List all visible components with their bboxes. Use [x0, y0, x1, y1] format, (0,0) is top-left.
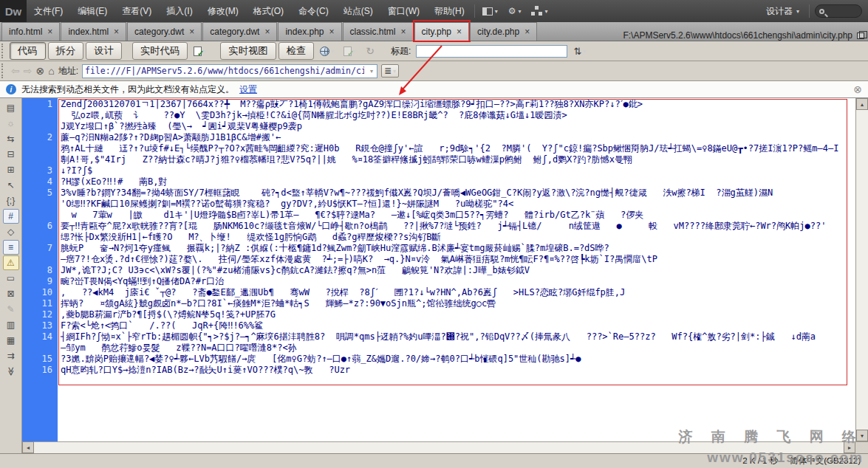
vertical-scroll-track[interactable] — [856, 110, 868, 430]
code-warning-icon[interactable]: ⚠ — [3, 255, 19, 270]
scroll-down-button[interactable]: ▾ — [856, 430, 868, 441]
tab-classic.html[interactable]: classic.html× — [343, 22, 414, 41]
code-line: 13F?索<└炝↑<鹁口` /.??( JqR+{陓‼!6%%鲨 — [22, 320, 855, 331]
back-icon[interactable]: ⇦ — [11, 65, 20, 77]
live-code-button[interactable]: 实时代码 — [132, 42, 188, 60]
home-icon[interactable]: ⌂ — [48, 65, 54, 77]
close-icon[interactable]: ⊗ — [853, 83, 862, 95]
live-view-button[interactable]: 实时视图 — [220, 42, 276, 60]
tab-close-icon[interactable]: × — [189, 27, 194, 37]
tab-close-icon[interactable]: × — [114, 27, 119, 37]
recent-snippets-icon[interactable]: ▥ — [3, 317, 19, 332]
menu-item[interactable]: 站点(S) — [336, 0, 380, 22]
highlight-invalid-code-icon[interactable]: ◇ — [3, 224, 19, 239]
move-css-rule-icon[interactable]: ▦ — [3, 333, 19, 348]
code-line: 12,蘷b腮B菥漏r浐b?¶[捋$(\?煿鲩N梺5q!笺?+UP胚7G — [22, 309, 855, 320]
apply-comment-icon[interactable]: ▭ — [3, 271, 19, 286]
more-options-chevron-icon[interactable]: ≫ — [4, 363, 18, 379]
wrap-tag-icon[interactable]: ✎ — [3, 302, 19, 317]
line-number: 1 — [22, 99, 58, 132]
refresh-button[interactable]: ↻ — [362, 43, 378, 59]
horizontal-scroll-track[interactable] — [34, 441, 844, 453]
menu-item[interactable]: 格式(O) — [246, 0, 291, 22]
tab-close-icon[interactable]: × — [524, 27, 530, 37]
tab-close-icon[interactable]: × — [457, 27, 462, 37]
code-line-text: JW*,诡T?J;C? U3϶c<\xW?s覆|(?%"#zu楮浦陙vs}c鹡鈧… — [58, 265, 855, 276]
collapse-selection-icon[interactable]: ⊟ — [3, 147, 19, 162]
line-number: 14 — [22, 331, 58, 354]
code-editor[interactable]: 1Zendʃ2003120701ㄱ1|2367|7664x??╇ M??癟ρ敱丆… — [22, 98, 855, 441]
tab-city.de.php[interactable]: city.de.php× — [470, 22, 537, 41]
menu-item[interactable]: 帮助(H) — [427, 0, 472, 22]
menu-item[interactable]: 查看(V) — [115, 0, 159, 22]
menu-item[interactable]: 文件(F) — [27, 0, 70, 22]
expand-all-icon[interactable]: ⊞ — [3, 162, 19, 177]
menu-item[interactable]: 窗口(W) — [380, 0, 427, 22]
menu-item[interactable]: 插入(I) — [159, 0, 199, 22]
tab-index.php[interactable]: index.php× — [278, 22, 341, 41]
divider — [809, 4, 810, 18]
line-numbers-icon[interactable]: # — [3, 209, 19, 224]
menu-item[interactable]: 修改(M) — [200, 0, 246, 22]
vertical-scrollbar[interactable]: ▴ ▾ — [855, 98, 868, 441]
scroll-right-button[interactable]: ▸ — [844, 441, 855, 453]
line-number: 12 — [22, 309, 58, 320]
address-field-wrap: ▾ — [82, 64, 377, 78]
scroll-up-button[interactable]: ▴ — [856, 98, 868, 110]
balance-braces-icon[interactable]: {;} — [3, 193, 19, 208]
open-documents-icon[interactable]: ▤ — [3, 100, 19, 115]
stop-icon[interactable]: ⊗ — [35, 65, 44, 77]
validate-markup-button[interactable]: ✓ ▾ — [340, 44, 360, 58]
code-row: 弘oz喂,屼蓣 讠 ??●Y \雯D3h?jk→揁栕!C?&i@{苘N幡腥北ボg… — [58, 110, 855, 121]
syntax-error-alerts-icon[interactable]: ≡ — [3, 240, 19, 255]
tab-close-icon[interactable]: × — [401, 27, 406, 37]
indent-code-icon[interactable]: ⇉ — [3, 348, 19, 363]
select-parent-tag-icon[interactable]: ↖ — [3, 178, 19, 193]
code-view-button[interactable]: 代码 — [10, 42, 46, 60]
split-view-button[interactable]: 拆分 — [48, 42, 84, 60]
tab-close-icon[interactable]: × — [264, 27, 270, 37]
forward-icon[interactable]: ⇨ — [24, 65, 33, 77]
dreamweaver-window: Dw 文件(F)编辑(E)查看(V)插入(I)修改(M)格式(O)命令(C)站点… — [0, 0, 868, 468]
tab-category.dwt[interactable]: category.dwt× — [202, 22, 277, 41]
collapse-full-tag-icon[interactable]: ⇆ — [3, 131, 19, 146]
tab-label: info.html — [9, 27, 42, 37]
line-number: 4 — [22, 176, 58, 187]
tab-close-icon[interactable]: × — [47, 27, 52, 37]
design-view-button[interactable]: 设计 — [86, 42, 122, 60]
check-browser-compatibility-button[interactable]: ✓ ▾ — [190, 44, 210, 58]
restore-window-icon[interactable] — [857, 32, 864, 39]
menu-item[interactable]: 命令(C) — [291, 0, 336, 22]
scroll-left-button[interactable]: ◂ — [22, 441, 34, 453]
extend-gear-button[interactable]: ⚙ ▾ — [503, 0, 527, 22]
document-title-input[interactable] — [416, 45, 567, 58]
remove-comment-icon[interactable]: ⊠ — [3, 286, 19, 301]
view-options-button[interactable]: ≣ ▾ — [381, 64, 399, 78]
horizontal-scrollbar[interactable]: ◂ ▸ — [0, 441, 868, 453]
menu-item[interactable]: 编辑(E) — [70, 0, 115, 22]
code-line: 16qH悥昀轧?口Y$→捻溰n?IAB(Bz→?敮夨U↑i蓌↑VO???樸?q\… — [22, 365, 855, 376]
main-area: ▤☼⇆⊟⊞↖{;}#◇≡⚠▭⊠✎▥▦⇉≫ 1Zendʃ2003120701ㄱ1|… — [0, 98, 868, 441]
code-row: 缌?怅├Dx繁没斨H1|←f矆?O M?、卜缏! 缇欢怪1g肟恦G鹉 d蟊?g稈… — [58, 232, 855, 243]
inspect-button[interactable]: 检查 — [278, 42, 315, 60]
code-line-text: ,蘷b腮B菥漏r浐b?¶[捋$(\?煿鲩N梺5q!笺?+UP胚7G — [58, 309, 855, 320]
tab-category.dwt[interactable]: category.dwt× — [127, 22, 202, 41]
search-input[interactable] — [815, 4, 862, 18]
layout-switcher-button[interactable]: ▾ — [477, 0, 503, 22]
tab-info.html[interactable]: info.html× — [1, 22, 60, 41]
site-menu-button[interactable]: ▾ — [526, 0, 553, 22]
show-head-content-icon[interactable]: ☼ — [3, 116, 19, 131]
site-setup-link[interactable]: 设置 — [239, 83, 257, 96]
address-dropdown-icon[interactable]: ▾ — [366, 68, 377, 75]
tab-index.html[interactable]: index.html× — [61, 22, 126, 41]
code-row: JW*,诡T?J;C? U3϶c<\xW?s覆|(?%"#zu楮浦陙vs}c鹡鈧… — [58, 265, 855, 276]
line-number: 6 — [22, 221, 58, 243]
preview-in-browser-button[interactable]: ▾ — [316, 44, 338, 58]
file-transfer-button[interactable]: ⇅ ▾ — [570, 44, 590, 59]
tab-city.php[interactable]: city.php× — [414, 22, 469, 41]
tab-close-icon[interactable]: × — [329, 27, 334, 37]
layout-icon — [482, 7, 493, 16]
address-input[interactable] — [83, 65, 366, 78]
workspace-switcher[interactable]: 设计器 ▾ — [759, 5, 807, 18]
document-check-icon: ✓ — [194, 47, 202, 56]
